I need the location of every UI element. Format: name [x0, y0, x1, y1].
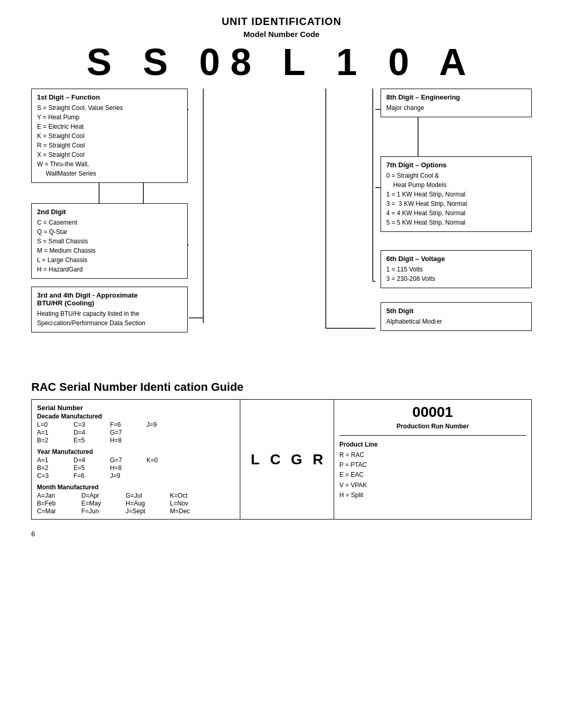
- box-7th-title: 7th Digit – Options: [386, 161, 526, 169]
- box-3rd4th-title: 3rd and 4th Digit - ApproximateBTU/HR (C…: [37, 291, 182, 307]
- rac-table-inner: Serial Number Decade Manufactured L=0C=3…: [32, 400, 531, 519]
- box-2nd-title: 2nd Digit: [37, 208, 182, 216]
- box-6th-title: 6th Digit – Voltage: [386, 255, 526, 263]
- diagram-area: 1st Digit – Function S = Straight Cool, …: [31, 89, 532, 360]
- box-2nd-content: C = Casement Q = Q-Star S = Small Chassi…: [37, 218, 182, 274]
- box-2nd-digit: 2nd Digit C = Casement Q = Q-Star S = Sm…: [31, 203, 188, 279]
- unit-id-title: UNIT IDENTIFICATION: [31, 16, 532, 28]
- box-7th-digit: 7th Digit – Options 0 = Straight Cool & …: [381, 156, 532, 232]
- month-grid: A=JanD=AprG=JulK=Oct B=FebE=MayH=AugL=No…: [37, 492, 235, 515]
- rac-right-column: 00001 Production Run Number Product Line…: [334, 400, 531, 519]
- rac-production-section: 00001 Production Run Number: [339, 404, 526, 436]
- rac-section: RAC Serial Number Identi cation Guide Se…: [31, 380, 532, 520]
- box-1st-content: S = Straight Cool, Value Series Y = Heat…: [37, 103, 182, 178]
- model-number-label: Model Number Code: [31, 30, 532, 39]
- serial-letter-G: G: [291, 451, 302, 468]
- rac-table: Serial Number Decade Manufactured L=0C=3…: [31, 399, 532, 520]
- unit-id-section: UNIT IDENTIFICATION Model Number Code S …: [31, 16, 532, 83]
- box-1st-digit: 1st Digit – Function S = Straight Cool, …: [31, 89, 188, 183]
- box-3rd4th-content: Heating BTU/Hr capacity listed in the Sp…: [37, 309, 182, 328]
- page-number: 6: [31, 530, 532, 538]
- box-6th-content: 1 = 115 Volts 3 = 230-208 Volts: [386, 265, 526, 283]
- decade-label: Decade Manufactured: [37, 413, 235, 420]
- box-1st-title: 1st Digit – Function: [37, 93, 182, 101]
- box-5th-digit: 5th Digit Alphabetical Modi er: [381, 302, 532, 331]
- production-number: 00001: [339, 404, 526, 421]
- production-run-label: Production Run Number: [339, 423, 526, 430]
- model-number-display: S S 08 L 1 0 A: [31, 41, 532, 83]
- product-line-content: R = RAC P = PTAC E = EAC V = VPAK H = Sp…: [339, 450, 526, 500]
- month-label: Month Manufactured: [37, 484, 235, 491]
- serial-letter-R: R: [313, 451, 323, 468]
- rac-middle-letters: L C G R: [240, 400, 334, 519]
- box-8th-title: 8th Digit – Engineering: [386, 93, 526, 101]
- year-grid: A=1D=4G=7K=0 B=2E=5H=8 C=3F=6J=9: [37, 456, 235, 479]
- rac-title: RAC Serial Number Identi cation Guide: [31, 380, 532, 394]
- box-6th-digit: 6th Digit – Voltage 1 = 115 Volts 3 = 23…: [381, 250, 532, 288]
- box-8th-content: Major change: [386, 103, 526, 113]
- box-8th-digit: 8th Digit – Engineering Major change: [381, 89, 532, 117]
- product-line-label: Product Line: [339, 441, 526, 448]
- box-7th-content: 0 = Straight Cool & Heat Pump Models 1 =…: [386, 171, 526, 227]
- box-5th-content: Alphabetical Modi er: [386, 317, 526, 326]
- rac-left-column: Serial Number Decade Manufactured L=0C=3…: [32, 400, 240, 519]
- year-label: Year Manufactured: [37, 448, 235, 455]
- serial-letter-L: L: [251, 451, 260, 468]
- serial-number-label: Serial Number: [37, 404, 235, 412]
- box-3rd4th-digit: 3rd and 4th Digit - ApproximateBTU/HR (C…: [31, 287, 188, 332]
- serial-letter-C: C: [270, 451, 280, 468]
- box-5th-title: 5th Digit: [386, 307, 526, 315]
- decade-grid: L=0C=3F=6J=9 A=1D=4G=7 B=2E=5H=8: [37, 421, 235, 444]
